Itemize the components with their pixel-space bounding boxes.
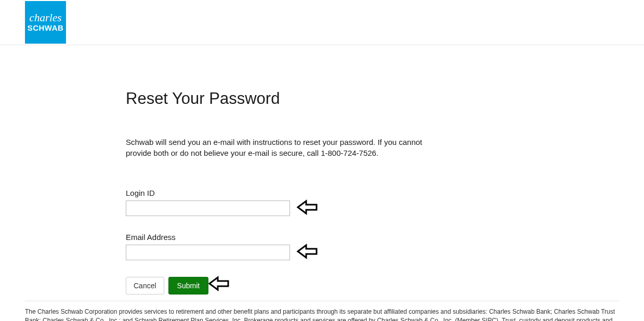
- cancel-button[interactable]: Cancel: [126, 277, 164, 295]
- instructions-text: Schwab will send you an e-mail with inst…: [126, 137, 448, 158]
- footer-text: The Charles Schwab Corporation provides …: [25, 307, 619, 321]
- main-content: Reset Your Password Schwab will send you…: [0, 45, 520, 295]
- email-label: Email Address: [126, 233, 520, 242]
- schwab-logo: charles SCHWAB: [25, 1, 66, 44]
- submit-button[interactable]: Submit: [168, 277, 209, 295]
- arrow-left-icon: [295, 242, 320, 263]
- email-input[interactable]: [126, 245, 290, 260]
- arrow-left-icon: [295, 198, 320, 219]
- logo-line1: charles: [30, 12, 62, 23]
- login-id-group: Login ID: [126, 189, 520, 216]
- email-group: Email Address: [126, 233, 520, 260]
- page-title: Reset Your Password: [126, 89, 520, 108]
- login-id-input[interactable]: [126, 200, 290, 216]
- header: charles SCHWAB: [0, 0, 644, 45]
- footer: The Charles Schwab Corporation provides …: [0, 307, 644, 321]
- arrow-left-icon: [206, 274, 231, 295]
- logo-line2: SCHWAB: [28, 23, 64, 32]
- footer-divider: [25, 301, 619, 301]
- login-id-label: Login ID: [126, 189, 520, 197]
- button-row: Cancel Submit: [126, 277, 520, 295]
